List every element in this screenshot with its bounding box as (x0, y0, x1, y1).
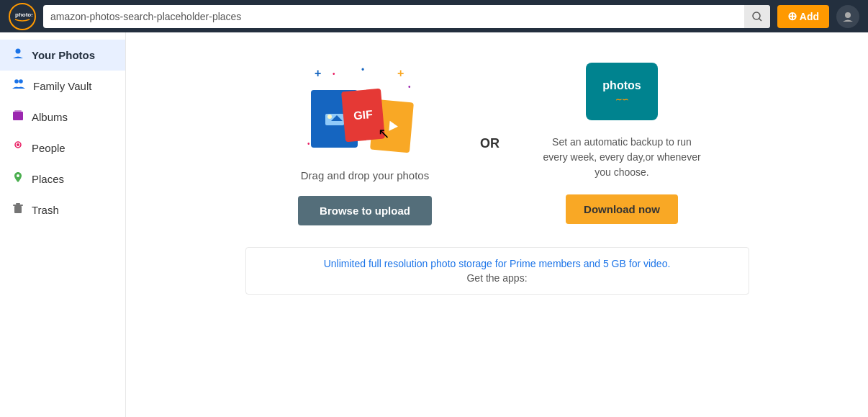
sidebar-label-people: People (32, 142, 65, 154)
amazon-photos-logo: photos (9, 3, 36, 30)
download-label: Download now (584, 203, 660, 215)
search-bar (43, 5, 770, 28)
or-divider: OR (480, 136, 499, 151)
svg-point-6 (19, 79, 23, 84)
svg-point-17 (327, 115, 332, 119)
logo-area: photos (9, 3, 36, 30)
sidebar: Your Photos Family Vault Albums (0, 32, 126, 417)
drag-drop-text: Drag and drop your photos (301, 169, 429, 181)
svg-point-11 (17, 174, 19, 177)
upload-area: + • • + • GIF (245, 61, 749, 225)
svg-point-5 (14, 79, 19, 84)
upload-left: + • • + • GIF (293, 61, 437, 225)
sidebar-item-places[interactable]: Places (0, 163, 125, 194)
amazon-smile-icon: ∼∽ (615, 95, 628, 104)
svg-rect-12 (14, 206, 22, 213)
sidebar-item-people[interactable]: People (0, 133, 125, 163)
file-icons-illustration: + • • + • GIF (293, 61, 437, 155)
bottom-banner: Unlimited full resolution photo storage … (245, 247, 749, 295)
svg-point-4 (16, 49, 21, 54)
svg-rect-13 (13, 205, 23, 206)
svg-text:photos: photos (15, 12, 32, 18)
trash-icon (12, 202, 24, 218)
dot-top-1: • (361, 65, 364, 75)
backup-description: Set an automatic backup to run every wee… (543, 135, 701, 180)
svg-point-3 (845, 12, 851, 18)
browse-button[interactable]: Browse to upload (298, 196, 432, 225)
svg-rect-7 (13, 112, 23, 120)
plus-icon-1: + (315, 67, 321, 80)
places-icon (12, 171, 24, 187)
svg-line-2 (759, 18, 761, 21)
banner-text-line2: Get the apps: (261, 272, 734, 284)
sidebar-item-family-vault[interactable]: Family Vault (0, 71, 125, 102)
profile-icon (841, 10, 854, 23)
add-label: Add (800, 11, 819, 22)
profile-button[interactable] (836, 5, 859, 28)
album-icon (12, 109, 24, 125)
sidebar-item-your-photos[interactable]: Your Photos (0, 40, 125, 71)
sidebar-label-your-photos: Your Photos (32, 49, 95, 61)
dot-top-2: • (333, 70, 335, 78)
sidebar-label-places: Places (32, 173, 64, 185)
browse-label: Browse to upload (320, 205, 410, 217)
download-now-button[interactable]: Download now (566, 194, 678, 224)
add-icon: ⊕ (787, 9, 797, 23)
sidebar-label-family-vault: Family Vault (33, 80, 91, 92)
amazon-photos-app-logo: photos ∼∽ (586, 63, 658, 120)
sidebar-item-trash[interactable]: Trash (0, 194, 125, 225)
svg-rect-8 (14, 110, 22, 112)
main-content: + • • + • GIF (126, 32, 868, 417)
person-icon (12, 47, 24, 63)
search-input[interactable] (50, 11, 744, 22)
plus-icon-2: + (397, 67, 404, 80)
cursor-icon: ↖ (378, 125, 390, 142)
banner-text-line1: Unlimited full resolution photo storage … (261, 258, 734, 269)
dot-bottom-1: • (307, 140, 310, 148)
layout: Your Photos Family Vault Albums (0, 32, 868, 417)
people-icon (12, 140, 24, 156)
search-button[interactable] (744, 5, 770, 28)
dot-right: • (408, 83, 411, 91)
upload-right: photos ∼∽ Set an automatic backup to run… (543, 63, 701, 224)
add-button[interactable]: ⊕ Add (777, 5, 829, 28)
svg-rect-14 (16, 203, 20, 205)
sidebar-label-albums: Albums (32, 111, 68, 123)
svg-point-10 (17, 143, 19, 146)
family-icon (12, 78, 26, 94)
sidebar-label-trash: Trash (32, 204, 59, 216)
sidebar-item-albums[interactable]: Albums (0, 102, 125, 133)
header: photos ⊕ Add (0, 0, 868, 32)
search-icon (751, 11, 763, 22)
photos-logo-text: photos (602, 79, 641, 92)
